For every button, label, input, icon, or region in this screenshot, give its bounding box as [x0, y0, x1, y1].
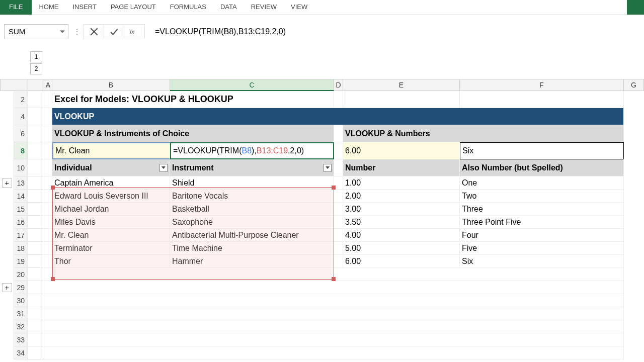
row-header-34[interactable]: 34: [14, 346, 28, 359]
cell-e2[interactable]: [343, 91, 460, 108]
outline-expand-1[interactable]: +: [2, 178, 12, 188]
col-header-d[interactable]: D: [334, 79, 343, 91]
row-20: 20: [0, 268, 644, 281]
cell-individual[interactable]: Edward Louis Severson III: [52, 190, 170, 203]
cell-instrument[interactable]: Baritone Vocals: [170, 190, 334, 203]
cell-f2[interactable]: [460, 91, 624, 108]
cell-spelled[interactable]: Three: [460, 203, 624, 216]
tab-view[interactable]: VIEW: [284, 0, 314, 15]
tab-formulas[interactable]: FORMULAS: [163, 0, 213, 15]
lookup-value-left[interactable]: Mr. Clean: [52, 142, 170, 159]
enter-button[interactable]: [104, 25, 124, 39]
cell-number[interactable]: 5.00: [343, 242, 460, 255]
cell-number[interactable]: 3.00: [343, 203, 460, 216]
cell-spelled[interactable]: Three Point Five: [460, 216, 624, 229]
lookup-result-right[interactable]: Six: [460, 142, 624, 159]
cell-spelled[interactable]: Two: [460, 190, 624, 203]
outline-level-2[interactable]: 2: [30, 63, 42, 74]
row-header-16[interactable]: 16: [14, 216, 28, 229]
header-instrument[interactable]: Instrument: [170, 159, 334, 176]
cell-instrument[interactable]: Hammer: [170, 255, 334, 268]
cell-a2[interactable]: [44, 91, 52, 108]
cell-individual[interactable]: Miles Davis: [52, 216, 170, 229]
cell-spelled[interactable]: One: [460, 176, 624, 190]
row-header-33[interactable]: 33: [14, 333, 28, 346]
tab-home[interactable]: HOME: [32, 0, 65, 15]
formula-bar-input[interactable]: =VLOOKUP(TRIM(B8),B13:C19,2,0): [150, 24, 644, 39]
cell-number[interactable]: 6.00: [343, 255, 460, 268]
cell-individual[interactable]: Thor: [52, 255, 170, 268]
row-header-15[interactable]: 15: [14, 203, 28, 216]
lookup-value-right[interactable]: 6.00: [343, 142, 460, 159]
cell-a4[interactable]: [44, 108, 52, 125]
ribbon-collapse[interactable]: [627, 0, 644, 15]
cell-d2[interactable]: [334, 91, 343, 108]
row-header-4[interactable]: 4: [14, 108, 28, 125]
cell-a6[interactable]: [44, 125, 52, 142]
cell-d6[interactable]: [334, 125, 343, 142]
row-header-20[interactable]: 20: [14, 268, 28, 281]
col-header-b[interactable]: B: [52, 79, 170, 91]
filter-icon[interactable]: [324, 164, 332, 172]
cell-instrument[interactable]: Basketball: [170, 203, 334, 216]
tab-insert[interactable]: INSERT: [65, 0, 103, 15]
cell-instrument[interactable]: Shield: [170, 176, 334, 190]
header-spelled[interactable]: Also Number (but Spelled): [460, 159, 624, 176]
cell-individual[interactable]: Terminator: [52, 242, 170, 255]
row-header-31[interactable]: 31: [14, 307, 28, 320]
row-header-10[interactable]: 10: [14, 159, 28, 176]
fx-button[interactable]: fx: [124, 25, 144, 39]
col-header-c[interactable]: C: [170, 79, 334, 91]
col-header-g[interactable]: G: [624, 79, 644, 91]
header-number[interactable]: Number: [343, 159, 460, 176]
right-subheader[interactable]: VLOOKUP & Numbers: [343, 125, 624, 142]
row-header-14[interactable]: 14: [14, 190, 28, 203]
tab-page-layout[interactable]: PAGE LAYOUT: [104, 0, 163, 15]
header-individual[interactable]: Individual: [52, 159, 170, 176]
col-header-f[interactable]: F: [460, 79, 624, 91]
col-header-a[interactable]: A: [44, 79, 52, 91]
row-header-30[interactable]: 30: [14, 294, 28, 307]
page-title[interactable]: Excel for Models: VLOOKUP & HLOOKUP: [52, 91, 170, 108]
cell-spelled[interactable]: Four: [460, 229, 624, 242]
cancel-button[interactable]: [84, 25, 104, 39]
col-header-e[interactable]: E: [343, 79, 460, 91]
cell-individual[interactable]: Captain America: [52, 176, 170, 190]
cell-c2[interactable]: [170, 91, 334, 108]
cell-d10[interactable]: [334, 159, 343, 176]
cell-number[interactable]: 3.50: [343, 216, 460, 229]
section-header[interactable]: VLOOKUP: [52, 108, 624, 125]
cell-instrument[interactable]: Saxophone: [170, 216, 334, 229]
row-header-8[interactable]: 8: [14, 142, 28, 159]
cell-spelled[interactable]: Five: [460, 242, 624, 255]
cell-number[interactable]: 1.00: [343, 176, 460, 190]
cell-d8[interactable]: [334, 142, 343, 159]
tab-review[interactable]: REVIEW: [244, 0, 284, 15]
cell-instrument[interactable]: Time Machine: [170, 242, 334, 255]
cell-instrument[interactable]: Antibacterial Multi-Purpose Cleaner: [170, 229, 334, 242]
filter-icon[interactable]: [159, 164, 168, 172]
tab-file[interactable]: FILE: [0, 0, 32, 15]
row-header-18[interactable]: 18: [14, 242, 28, 255]
name-box[interactable]: SUM: [4, 24, 68, 39]
cell-individual[interactable]: Michael Jordan: [52, 203, 170, 216]
row-header-19[interactable]: 19: [14, 255, 28, 268]
row-header-13[interactable]: 13: [14, 176, 28, 190]
editing-formula-cell[interactable]: =VLOOKUP(TRIM(B8),B13:C19,2,0): [170, 142, 334, 159]
outline-expand-2[interactable]: +: [2, 283, 12, 292]
left-subheader[interactable]: VLOOKUP & Instruments of Choice: [52, 125, 334, 142]
outline-level-1[interactable]: 1: [30, 51, 42, 62]
select-all-corner[interactable]: [0, 79, 28, 91]
row-header-2[interactable]: 2: [14, 91, 28, 108]
cell-a10[interactable]: [44, 159, 52, 176]
cell-a8[interactable]: [44, 142, 52, 159]
cell-number[interactable]: 4.00: [343, 229, 460, 242]
cell-spelled[interactable]: Six: [460, 255, 624, 268]
row-header-6[interactable]: 6: [14, 125, 28, 142]
row-header-32[interactable]: 32: [14, 320, 28, 333]
tab-data[interactable]: DATA: [213, 0, 244, 15]
cell-number[interactable]: 2.00: [343, 190, 460, 203]
row-header-17[interactable]: 17: [14, 229, 28, 242]
row-header-29[interactable]: 29: [14, 281, 28, 294]
cell-individual[interactable]: Mr. Clean: [52, 229, 170, 242]
